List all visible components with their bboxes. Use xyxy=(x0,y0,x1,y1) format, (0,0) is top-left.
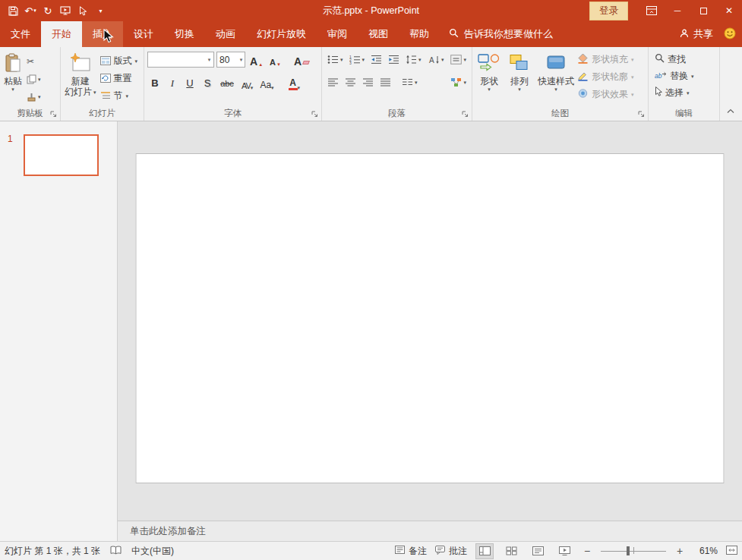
save-icon[interactable] xyxy=(5,2,21,20)
maximize-button[interactable] xyxy=(690,0,716,21)
numbering-button[interactable]: 123 ▾ xyxy=(347,52,368,68)
tab-review[interactable]: 审阅 xyxy=(317,21,358,47)
comments-toggle[interactable]: 批注 xyxy=(435,545,467,558)
zoom-percentage[interactable]: 61% xyxy=(693,546,718,556)
new-slide-button[interactable]: 新建 幻灯片 ▾ xyxy=(62,50,99,108)
slide-sorter-view-button[interactable] xyxy=(502,543,520,559)
character-spacing-button[interactable]: AV▾ xyxy=(239,75,255,91)
tab-help[interactable]: 帮助 xyxy=(399,21,440,47)
sign-in-button[interactable]: 登录 xyxy=(589,2,628,20)
zoom-slider-thumb[interactable] xyxy=(627,546,630,555)
find-button[interactable]: 查找 xyxy=(653,52,715,67)
normal-view-button[interactable] xyxy=(475,543,494,559)
bullets-button[interactable]: ▾ xyxy=(325,52,346,68)
text-shadow-button[interactable]: S xyxy=(200,75,215,91)
paragraph-dialog-launcher[interactable] xyxy=(461,110,469,118)
reset-button[interactable]: 重置 xyxy=(99,71,140,86)
increase-indent-button[interactable] xyxy=(386,52,402,68)
tab-view[interactable]: 视图 xyxy=(358,21,399,47)
language-indicator[interactable]: 中文(中国) xyxy=(131,545,174,558)
font-size-dropdown-icon[interactable]: ▾ xyxy=(238,57,245,63)
paste-button[interactable]: 粘贴 ▾ xyxy=(2,50,24,108)
convert-to-smartart-button[interactable]: ▾ xyxy=(448,74,469,90)
align-right-button[interactable] xyxy=(360,74,376,90)
columns-button[interactable]: ▾ xyxy=(399,74,420,90)
minimize-button[interactable]: ─ xyxy=(665,0,690,21)
notes-toggle[interactable]: 备注 xyxy=(395,545,427,558)
clear-formatting-button[interactable]: A xyxy=(292,52,311,68)
select-button[interactable]: 选择▾ xyxy=(653,85,715,100)
tab-home[interactable]: 开始 xyxy=(41,21,82,47)
quick-styles-button[interactable]: 快速样式 ▾ xyxy=(535,50,577,108)
copy-icon[interactable]: ▾ xyxy=(24,72,43,86)
tell-me-search[interactable]: 告诉我你想要做什么 xyxy=(449,21,553,47)
tab-slideshow[interactable]: 幻灯片放映 xyxy=(246,21,317,47)
underline-button[interactable]: U xyxy=(182,75,197,91)
tab-animations[interactable]: 动画 xyxy=(205,21,246,47)
customize-qat-icon[interactable]: ▾ xyxy=(92,2,109,20)
zoom-in-button[interactable]: + xyxy=(674,545,685,557)
redo-icon[interactable]: ↻ xyxy=(39,2,56,20)
font-name-dropdown-icon[interactable]: ▾ xyxy=(205,57,213,63)
paragraph-group: ▾ 123 ▾ ▾ A xyxy=(322,47,472,121)
status-bar: 幻灯片 第 1 张，共 1 张 中文(中国) 备注 批注 xyxy=(0,541,742,560)
align-center-button[interactable] xyxy=(343,74,358,90)
slide-thumbnail-panel[interactable]: 1 xyxy=(0,121,118,541)
font-size-input[interactable] xyxy=(217,55,238,65)
section-button[interactable]: 节▾ xyxy=(99,88,140,103)
align-text-button[interactable]: ▾ xyxy=(448,52,469,68)
shapes-button[interactable]: 形状 ▾ xyxy=(474,50,504,108)
touch-mode-icon[interactable] xyxy=(74,2,91,20)
layout-button[interactable]: 版式▾ xyxy=(99,53,140,68)
replace-button[interactable]: ab 替换▾ xyxy=(653,68,715,83)
increase-font-size-button[interactable]: A▲ xyxy=(248,52,265,68)
change-case-button[interactable]: Aa▾ xyxy=(257,75,276,91)
zoom-out-button[interactable]: − xyxy=(582,545,592,557)
slide-indicator[interactable]: 幻灯片 第 1 张，共 1 张 xyxy=(5,545,100,558)
shape-fill-icon xyxy=(577,53,589,66)
tab-transitions[interactable]: 切换 xyxy=(164,21,205,47)
decrease-font-size-button[interactable]: A▼ xyxy=(267,52,283,68)
bold-button[interactable]: B xyxy=(147,75,163,91)
reading-view-button[interactable] xyxy=(529,543,547,559)
shape-outline-button[interactable]: 形状轮廓▾ xyxy=(577,69,634,85)
font-name-input[interactable] xyxy=(148,55,205,65)
cut-icon[interactable]: ✂ xyxy=(24,55,43,68)
justify-button[interactable] xyxy=(377,74,393,90)
text-direction-button[interactable]: A ▾ xyxy=(426,52,447,68)
tab-file[interactable]: 文件 xyxy=(0,21,41,47)
slideshow-view-button[interactable] xyxy=(555,543,573,559)
strikethrough-button[interactable]: abc xyxy=(217,75,237,91)
shape-fill-button[interactable]: 形状填充▾ xyxy=(577,52,634,68)
font-dialog-launcher[interactable] xyxy=(311,110,319,118)
slide-canvas[interactable] xyxy=(136,153,725,483)
arrange-button[interactable]: 排列 ▾ xyxy=(504,50,535,108)
italic-button[interactable]: I xyxy=(165,75,180,91)
share-button[interactable]: 共享 xyxy=(680,27,713,41)
shape-effects-button[interactable]: 形状效果▾ xyxy=(577,87,634,102)
tab-insert[interactable]: 插入 xyxy=(82,21,123,47)
line-spacing-button[interactable]: ▾ xyxy=(403,52,424,68)
close-button[interactable]: ✕ xyxy=(716,0,742,21)
align-left-button[interactable] xyxy=(325,74,341,90)
drawing-dialog-launcher[interactable] xyxy=(637,110,646,118)
tab-design[interactable]: 设计 xyxy=(123,21,164,47)
clipboard-dialog-launcher[interactable] xyxy=(49,110,58,118)
notes-placeholder: 单击此处添加备注 xyxy=(130,525,206,538)
select-icon xyxy=(655,87,662,99)
format-painter-icon[interactable]: ▾ xyxy=(24,90,43,103)
slide-thumbnail[interactable] xyxy=(24,134,99,176)
spell-check-icon[interactable] xyxy=(110,546,122,557)
ribbon-display-options-icon[interactable] xyxy=(639,0,665,21)
notes-pane[interactable]: 单击此处添加备注 xyxy=(118,521,742,541)
font-size-combo[interactable]: ▾ xyxy=(216,52,245,68)
start-slideshow-icon[interactable] xyxy=(57,2,74,20)
font-name-combo[interactable]: ▾ xyxy=(147,52,214,68)
decrease-indent-button[interactable] xyxy=(368,52,384,68)
fit-slide-to-window-button[interactable] xyxy=(726,546,737,557)
undo-icon[interactable]: ↶▾ xyxy=(22,2,39,20)
collapse-ribbon-icon[interactable] xyxy=(726,106,735,117)
zoom-slider[interactable] xyxy=(601,544,666,558)
feedback-smiley-icon[interactable] xyxy=(724,27,736,42)
font-color-button[interactable]: A ▾ xyxy=(286,75,303,91)
